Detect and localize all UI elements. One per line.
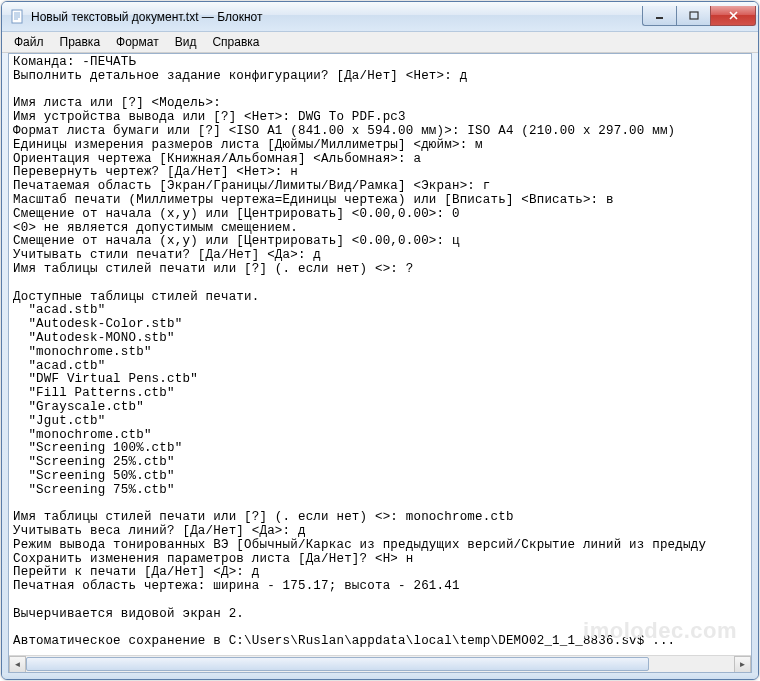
- svg-rect-6: [690, 12, 698, 19]
- menu-edit[interactable]: Правка: [52, 33, 109, 51]
- menu-help[interactable]: Справка: [204, 33, 267, 51]
- maximize-button[interactable]: [676, 6, 710, 26]
- text-area-wrap: Команда: -ПЕЧАТЬ Выполнить детальное зад…: [8, 53, 752, 673]
- menu-view[interactable]: Вид: [167, 33, 205, 51]
- scroll-thumb[interactable]: [26, 657, 649, 671]
- menu-format[interactable]: Формат: [108, 33, 167, 51]
- text-area[interactable]: Команда: -ПЕЧАТЬ Выполнить детальное зад…: [9, 54, 751, 655]
- minimize-button[interactable]: [642, 6, 676, 26]
- titlebar[interactable]: Новый текстовый документ.txt — Блокнот: [2, 2, 758, 32]
- scroll-track[interactable]: [26, 656, 734, 673]
- menubar: Файл Правка Формат Вид Справка: [2, 32, 758, 53]
- notepad-window: Новый текстовый документ.txt — Блокнот Ф…: [1, 1, 759, 680]
- horizontal-scrollbar[interactable]: ◄ ►: [9, 655, 751, 672]
- window-title: Новый текстовый документ.txt — Блокнот: [31, 10, 642, 24]
- scroll-left-button[interactable]: ◄: [9, 656, 26, 673]
- close-button[interactable]: [710, 6, 756, 26]
- app-icon: [10, 9, 26, 25]
- menu-file[interactable]: Файл: [6, 33, 52, 51]
- scroll-right-button[interactable]: ►: [734, 656, 751, 673]
- statusbar: [2, 673, 758, 679]
- window-buttons: [642, 7, 756, 26]
